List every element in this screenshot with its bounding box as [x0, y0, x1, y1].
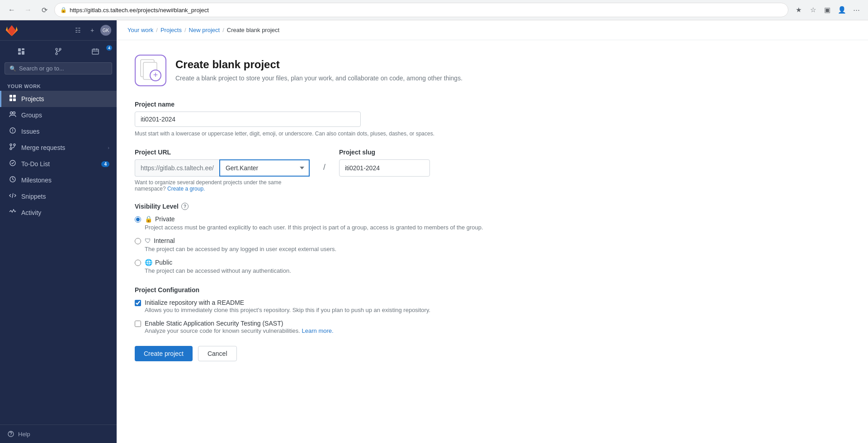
visibility-public-label[interactable]: 🌐 Public [145, 259, 291, 266]
project-slug-input[interactable] [339, 159, 430, 177]
url-slash-divider: / [319, 149, 330, 176]
sidebar-item-groups[interactable]: Groups [0, 107, 117, 123]
tab-git[interactable] [41, 44, 76, 59]
project-url-section: Project URL https://gitlab.cs.taltech.ee… [135, 149, 310, 192]
visibility-help-icon[interactable]: ? [181, 203, 189, 210]
breadcrumb-sep-3: / [222, 27, 224, 33]
visibility-private: 🔒 Private Project access must be granted… [135, 215, 505, 232]
svg-point-17 [10, 144, 12, 146]
url-slug-row: Project URL https://gitlab.cs.taltech.ee… [135, 149, 505, 192]
tab-pages[interactable] [4, 44, 39, 59]
app-layout: ☷ + GK 4 🔍 Search or go to... Your work [0, 20, 868, 443]
breadcrumb: Your work / Projects / New project / Cre… [117, 20, 868, 40]
svg-rect-2 [22, 51, 24, 55]
svg-rect-0 [18, 48, 21, 51]
breadcrumb-projects[interactable]: Projects [160, 27, 182, 33]
svg-rect-11 [13, 98, 16, 101]
svg-text:+: + [153, 70, 158, 79]
forward-button[interactable]: → [22, 4, 34, 16]
project-name-input[interactable] [135, 112, 361, 127]
svg-rect-3 [18, 52, 21, 55]
todo-icon [9, 159, 17, 168]
visibility-private-radio[interactable] [135, 216, 141, 223]
page-header-text: Create blank project Create a blank proj… [175, 58, 462, 83]
search-bar-text: Search or go to... [19, 65, 64, 72]
page-title: Create blank project [175, 58, 462, 71]
visibility-public-radio[interactable] [135, 260, 141, 266]
sidebar-item-projects[interactable]: Projects [0, 91, 117, 107]
help-link[interactable]: Help [7, 430, 109, 438]
sidebar-item-activity[interactable]: Activity [0, 205, 117, 221]
tab-issues[interactable]: 4 [78, 44, 113, 59]
gitlab-logo[interactable] [5, 24, 18, 37]
browser-toolbar: ← → ⟳ 🔒 https://gitlab.cs.taltech.ee/pro… [0, 0, 868, 20]
visibility-private-desc: Project access must be granted explicitl… [145, 224, 483, 232]
project-name-label: Project name [135, 101, 505, 108]
merge-requests-label: Merge requests [21, 144, 65, 151]
namespace-select[interactable]: Gert.Kanter [219, 159, 310, 177]
back-button[interactable]: ← [5, 4, 18, 16]
sidebar-toggle-button[interactable]: ☷ [71, 24, 84, 37]
collections-button[interactable]: ▣ [821, 4, 834, 16]
project-slug-section: Project slug [339, 149, 505, 177]
issues-icon [9, 127, 17, 136]
breadcrumb-new-project[interactable]: New project [189, 27, 220, 33]
config-sast: Enable Static Application Security Testi… [135, 320, 505, 335]
project-slug-label: Project slug [339, 149, 505, 156]
sidebar-top-actions: ☷ + GK [71, 24, 111, 37]
visibility-internal-radio[interactable] [135, 238, 141, 244]
reload-button[interactable]: ⟳ [38, 4, 51, 16]
create-project-button[interactable]: Create project [135, 346, 193, 361]
page-header: + Create blank project Create a blank pr… [135, 55, 505, 86]
project-name-hint: Must start with a lowercase or uppercase… [135, 130, 505, 138]
breadcrumb-your-work[interactable]: Your work [127, 27, 153, 33]
sidebar-item-issues[interactable]: Issues [0, 123, 117, 140]
projects-label: Projects [21, 95, 44, 103]
svg-point-19 [14, 144, 15, 146]
issues-badge: 4 [106, 45, 112, 51]
extensions-button[interactable]: ★ [792, 4, 805, 16]
visibility-section: Visibility Level ? 🔒 Private Project acc… [135, 203, 505, 275]
init-readme-desc: Allows you to immediately clone this pro… [145, 306, 430, 314]
todo-badge: 4 [101, 161, 109, 167]
init-readme-checkbox[interactable] [135, 300, 141, 306]
sidebar-item-todo-list[interactable]: To-Do List 4 [0, 156, 117, 172]
search-icon: 🔍 [9, 65, 16, 72]
form-actions: Create project Cancel [135, 346, 505, 361]
page-subtitle: Create a blank project to store your fil… [175, 74, 462, 83]
init-readme-label[interactable]: Initialize repository with a README [145, 299, 244, 306]
address-bar[interactable]: 🔒 https://gitlab.cs.taltech.ee/projects/… [54, 3, 788, 17]
more-button[interactable]: ⋯ [850, 4, 863, 16]
visibility-private-label[interactable]: 🔒 Private [145, 215, 483, 223]
lock-icon: 🔒 [60, 7, 67, 13]
activity-icon [9, 208, 17, 217]
shield-icon: 🛡 [145, 237, 151, 244]
help-label: Help [18, 431, 30, 438]
profile-button[interactable]: 👤 [835, 4, 848, 16]
milestones-icon [9, 176, 17, 185]
url-prefix: https://gitlab.cs.taltech.ee/ [135, 159, 219, 177]
create-group-link[interactable]: Create a group. [167, 186, 205, 192]
svg-point-4 [56, 48, 57, 50]
new-item-button[interactable]: + [86, 24, 99, 37]
svg-rect-8 [9, 95, 12, 98]
cancel-button[interactable]: Cancel [198, 346, 237, 361]
sidebar-item-milestones[interactable]: Milestones [0, 172, 117, 188]
visibility-internal-label[interactable]: 🛡 Internal [145, 237, 336, 244]
milestones-label: Milestones [21, 177, 52, 184]
globe-icon: 🌐 [145, 259, 152, 266]
svg-rect-9 [13, 95, 16, 98]
favorites-button[interactable]: ☆ [807, 4, 819, 16]
sast-label[interactable]: Enable Static Application Security Testi… [145, 320, 283, 327]
sidebar-item-merge-requests[interactable]: Merge requests › [0, 140, 117, 156]
svg-rect-10 [9, 98, 12, 101]
sast-checkbox[interactable] [135, 321, 141, 327]
search-bar[interactable]: 🔍 Search or go to... [5, 62, 112, 75]
breadcrumb-current: Create blank project [227, 27, 279, 33]
snippets-label: Snippets [21, 193, 46, 200]
avatar[interactable]: GK [100, 25, 111, 36]
sidebar-top: ☷ + GK [0, 20, 117, 41]
sidebar-item-snippets[interactable]: Snippets [0, 188, 117, 205]
svg-point-18 [10, 148, 12, 150]
sast-learn-more-link[interactable]: Learn more. [302, 327, 334, 334]
